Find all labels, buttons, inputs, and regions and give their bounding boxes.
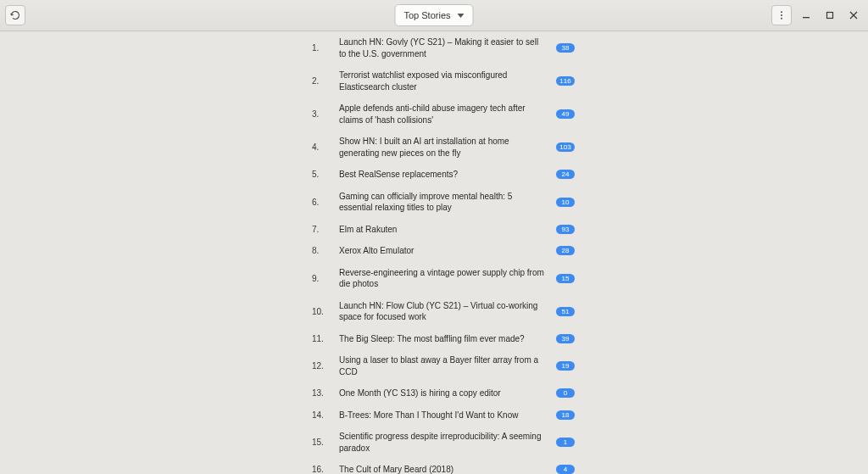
story-title[interactable]: Gaming can officially improve mental hea… xyxy=(339,191,548,214)
comment-count-badge[interactable]: 49 xyxy=(556,109,575,119)
content-area: 1.Launch HN: Govly (YC S21) – Making it … xyxy=(0,31,868,474)
titlebar: Top Stories xyxy=(0,0,868,31)
story-title[interactable]: Elm at Rakuten xyxy=(339,224,548,236)
story-row: 6.Gaming can officially improve mental h… xyxy=(312,186,575,219)
dropdown-label: Top Stories xyxy=(403,10,450,20)
window-close[interactable] xyxy=(844,6,863,25)
story-index: 1. xyxy=(312,43,331,53)
section-dropdown[interactable]: Top Stories xyxy=(394,4,473,26)
comment-count-badge[interactable]: 116 xyxy=(556,76,575,86)
comment-count-badge[interactable]: 15 xyxy=(556,274,575,283)
story-row: 12.Using a laser to blast away a Bayer f… xyxy=(312,349,575,382)
story-row: 7.Elm at Rakuten93 xyxy=(312,219,575,241)
story-index: 2. xyxy=(312,76,331,86)
story-row: 14.B-Trees: More Than I Thought I'd Want… xyxy=(312,404,575,427)
story-row: 2.Terrorist watchlist exposed via miscon… xyxy=(312,64,575,98)
story-row: 9.Reverse-engineering a vintage power su… xyxy=(312,262,575,295)
story-title[interactable]: The Big Sleep: The most baffling film ev… xyxy=(339,333,548,345)
maximize-icon xyxy=(826,11,834,20)
story-index: 12. xyxy=(312,361,331,371)
story-index: 7. xyxy=(312,225,331,234)
svg-rect-3 xyxy=(803,17,810,18)
comment-count-badge[interactable]: 28 xyxy=(556,246,575,255)
story-title[interactable]: Best RealSense replacements? xyxy=(339,169,548,181)
story-row: 4.Show HN: I built an AI art installatio… xyxy=(312,131,575,164)
story-title[interactable]: Using a laser to blast away a Bayer filt… xyxy=(339,354,548,377)
comment-count-badge[interactable]: 18 xyxy=(556,410,575,420)
window-minimize[interactable] xyxy=(797,6,815,25)
close-icon xyxy=(849,11,858,20)
comment-count-badge[interactable]: 39 xyxy=(556,334,575,343)
story-index: 9. xyxy=(312,274,331,283)
window-maximize[interactable] xyxy=(821,6,839,25)
comment-count-badge[interactable]: 1 xyxy=(556,438,575,447)
story-index: 6. xyxy=(312,198,331,207)
story-row: 13.One Month (YC S13) is hiring a copy e… xyxy=(312,382,575,404)
story-title[interactable]: Xerox Alto Emulator xyxy=(339,245,548,257)
story-list: 1.Launch HN: Govly (YC S21) – Making it … xyxy=(312,31,575,474)
story-index: 4. xyxy=(312,142,331,152)
comment-count-badge[interactable]: 19 xyxy=(556,361,575,371)
story-title[interactable]: Launch HN: Govly (YC S21) – Making it ea… xyxy=(339,36,548,59)
story-title[interactable]: One Month (YC S13) is hiring a copy edit… xyxy=(339,388,548,399)
story-index: 14. xyxy=(312,410,331,420)
story-index: 5. xyxy=(312,170,331,179)
story-title[interactable]: Apple defends anti-child abuse imagery t… xyxy=(339,103,548,125)
story-index: 8. xyxy=(312,246,331,255)
story-index: 13. xyxy=(312,388,331,398)
svg-point-2 xyxy=(781,18,782,20)
comment-count-badge[interactable]: 0 xyxy=(556,388,575,398)
svg-point-0 xyxy=(781,11,782,13)
story-title[interactable]: Terrorist watchlist exposed via misconfi… xyxy=(339,70,548,92)
story-title[interactable]: Scientific progress despite irreproducib… xyxy=(339,431,548,454)
story-row: 3.Apple defends anti-child abuse imagery… xyxy=(312,98,575,131)
comment-count-badge[interactable]: 51 xyxy=(556,307,575,316)
svg-point-1 xyxy=(781,14,782,16)
story-row: 5.Best RealSense replacements?24 xyxy=(312,164,575,186)
comment-count-badge[interactable]: 38 xyxy=(556,43,575,53)
story-row: 11.The Big Sleep: The most baffling film… xyxy=(312,328,575,350)
comment-count-badge[interactable]: 10 xyxy=(556,198,575,207)
story-index: 3. xyxy=(312,109,331,119)
svg-rect-4 xyxy=(827,13,833,19)
story-title[interactable]: Reverse-engineering a vintage power supp… xyxy=(339,267,548,290)
comment-count-badge[interactable]: 24 xyxy=(556,170,575,179)
story-index: 10. xyxy=(312,307,331,316)
refresh-button[interactable] xyxy=(5,5,25,25)
story-row: 8.Xerox Alto Emulator28 xyxy=(312,240,575,262)
story-title[interactable]: The Cult of Mary Beard (2018) xyxy=(339,464,548,474)
kebab-menu-icon xyxy=(776,10,787,20)
story-title[interactable]: B-Trees: More Than I Thought I'd Want to… xyxy=(339,410,548,421)
story-index: 15. xyxy=(312,438,331,447)
story-row: 1.Launch HN: Govly (YC S21) – Making it … xyxy=(312,31,575,64)
story-row: 10.Launch HN: Flow Club (YC S21) – Virtu… xyxy=(312,295,575,328)
comment-count-badge[interactable]: 103 xyxy=(556,142,575,152)
story-index: 16. xyxy=(312,465,331,474)
minimize-icon xyxy=(802,11,810,20)
menu-button[interactable] xyxy=(771,5,792,25)
story-row: 15.Scientific progress despite irreprodu… xyxy=(312,426,575,459)
story-title[interactable]: Launch HN: Flow Club (YC S21) – Virtual … xyxy=(339,300,548,323)
chevron-down-icon xyxy=(458,14,465,18)
comment-count-badge[interactable]: 4 xyxy=(556,465,575,474)
story-row: 16.The Cult of Mary Beard (2018)4 xyxy=(312,459,575,474)
refresh-icon xyxy=(10,10,20,20)
story-title[interactable]: Show HN: I built an AI art installation … xyxy=(339,136,548,159)
comment-count-badge[interactable]: 93 xyxy=(556,225,575,234)
story-index: 11. xyxy=(312,334,331,343)
